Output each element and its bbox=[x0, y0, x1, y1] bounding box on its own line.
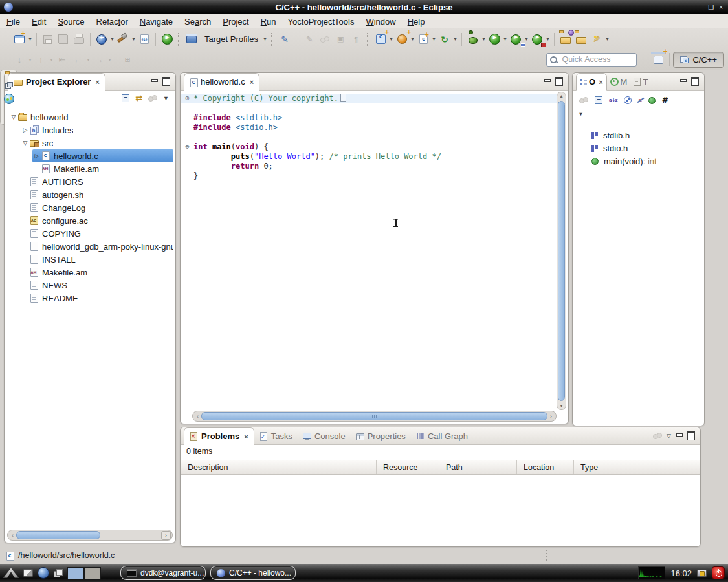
tree-item-makefile-am[interactable]: Makefile.am bbox=[32, 162, 173, 175]
minimize-view-button[interactable] bbox=[679, 79, 687, 85]
scroll-right-icon[interactable]: › bbox=[161, 531, 171, 540]
view-menu-icon[interactable]: ▽ bbox=[667, 433, 671, 439]
run-last-button[interactable] bbox=[487, 32, 502, 47]
new-c-file-dropdown[interactable]: ▾ bbox=[431, 36, 437, 42]
toolbar-grip[interactable] bbox=[645, 53, 647, 66]
toolbar-grip[interactable] bbox=[178, 33, 181, 46]
menu-search[interactable]: Search bbox=[184, 17, 211, 27]
debug-target-dropdown[interactable]: ▾ bbox=[109, 36, 115, 42]
properties-tab[interactable]: Properties bbox=[351, 428, 411, 444]
code-line[interactable] bbox=[181, 133, 557, 142]
open-type-button[interactable] bbox=[558, 32, 573, 47]
tree-item-autogen-sh[interactable]: autogen.sh bbox=[21, 188, 173, 201]
tree-item-authors[interactable]: AUTHORS bbox=[21, 175, 173, 188]
hide-fields-icon[interactable] bbox=[624, 96, 632, 104]
status-drag-handle[interactable] bbox=[546, 550, 548, 561]
open-resource-button[interactable] bbox=[574, 32, 588, 47]
web-browser-globe-icon[interactable] bbox=[38, 567, 49, 579]
mark-occurrences-button[interactable]: ✎ bbox=[278, 32, 292, 47]
minimize-view-button[interactable] bbox=[151, 79, 158, 85]
fold-collapse-icon[interactable] bbox=[181, 142, 193, 152]
column-description[interactable]: Description bbox=[181, 460, 377, 474]
scrollbar-thumb[interactable] bbox=[201, 412, 547, 420]
new-wizard-dropdown[interactable]: ▾ bbox=[27, 36, 33, 42]
collapse-all-icon[interactable] bbox=[122, 94, 129, 102]
editor-tab-close-icon[interactable]: × bbox=[250, 78, 254, 86]
external-tools-button[interactable] bbox=[530, 32, 544, 47]
scrollbar-thumb[interactable] bbox=[16, 531, 100, 539]
new-cpp-class-button[interactable] bbox=[395, 32, 409, 47]
power-button-icon[interactable] bbox=[712, 566, 725, 579]
refresh-class-button[interactable]: ↻ bbox=[437, 32, 452, 47]
menu-project[interactable]: Project bbox=[223, 17, 248, 27]
outline-item-stdio[interactable]: stdio.h bbox=[573, 142, 703, 155]
remote-monitor-button[interactable] bbox=[184, 32, 199, 47]
editor-vscrollbar[interactable]: ▴ ▾ bbox=[557, 92, 566, 410]
taskbar-button-eclipse[interactable]: C/C++ - hellowo... bbox=[210, 566, 296, 580]
save-button[interactable] bbox=[41, 32, 55, 47]
maximize-view-button[interactable] bbox=[162, 77, 170, 86]
new-c-file-button[interactable] bbox=[416, 32, 430, 47]
workspace-1-cell[interactable] bbox=[67, 567, 84, 579]
collapse-all-icon[interactable] bbox=[595, 96, 602, 104]
debug-dropdown[interactable]: ▾ bbox=[481, 36, 487, 42]
menu-file[interactable]: File bbox=[6, 17, 20, 27]
build-dropdown[interactable]: ▾ bbox=[131, 36, 137, 42]
column-type[interactable]: Type bbox=[574, 460, 700, 474]
tree-item-makefile-am-root[interactable]: Makefile.am bbox=[21, 266, 173, 279]
system-monitor-graph-icon[interactable] bbox=[638, 566, 665, 579]
tree-item-helloworld-c[interactable]: helloworld.c bbox=[32, 149, 173, 162]
tree-item-news[interactable]: NEWS bbox=[21, 279, 173, 292]
build-button[interactable] bbox=[116, 32, 130, 47]
external-tools-dropdown[interactable]: ▾ bbox=[545, 36, 551, 42]
code-line[interactable]: int main(void) { bbox=[181, 142, 557, 152]
save-all-button[interactable] bbox=[56, 32, 71, 47]
debug-target-button[interactable] bbox=[94, 32, 109, 47]
scroll-left-icon[interactable]: ‹ bbox=[9, 532, 16, 539]
sort-alphabetically-icon[interactable]: a↓z bbox=[609, 98, 617, 103]
binary-file-button[interactable] bbox=[137, 32, 151, 47]
quick-access-box[interactable] bbox=[546, 53, 637, 67]
cpp-perspective-button[interactable]: C/C++ bbox=[673, 52, 724, 68]
scrollbar-thumb[interactable] bbox=[558, 101, 565, 401]
menu-run[interactable]: Run bbox=[261, 17, 276, 27]
toolbar-grip[interactable] bbox=[367, 33, 370, 46]
new-cpp-class-dropdown[interactable]: ▾ bbox=[410, 36, 415, 42]
menu-navigate[interactable]: Navigate bbox=[140, 17, 173, 27]
minimized-view-icon[interactable] bbox=[4, 94, 14, 104]
code-line[interactable]: #include <stdio.h> bbox=[181, 123, 557, 133]
new-c-project-dropdown[interactable]: ▾ bbox=[388, 36, 394, 42]
tree-item-includes[interactable]: Includes bbox=[21, 124, 173, 136]
code-area[interactable]: * Copyright (C) Your copyright. #include… bbox=[181, 91, 557, 411]
menu-yoctoprojecttools[interactable]: YoctoProjectTools bbox=[288, 17, 355, 27]
maximize-view-button[interactable] bbox=[687, 431, 695, 440]
outline-tab[interactable]: O × bbox=[576, 73, 607, 91]
maximize-editor-button[interactable] bbox=[555, 77, 563, 86]
tree-item-helloworld-gdb[interactable]: helloworld_gdb_arm-poky-linux-gnu bbox=[21, 240, 173, 253]
fold-expand-icon[interactable] bbox=[181, 94, 193, 103]
tree-item-configure-ac[interactable]: configure.ac bbox=[21, 214, 173, 227]
menu-source[interactable]: Source bbox=[58, 17, 84, 27]
minimize-editor-button[interactable] bbox=[544, 79, 551, 85]
quick-access-input[interactable] bbox=[560, 54, 633, 65]
toolbar-grip[interactable] bbox=[6, 33, 8, 46]
column-location[interactable]: Location bbox=[517, 460, 574, 474]
project-explorer-hscrollbar[interactable]: ‹ › bbox=[7, 530, 173, 541]
new-c-project-button[interactable] bbox=[373, 32, 388, 47]
menu-window[interactable]: Window bbox=[366, 17, 395, 27]
tree-item-readme[interactable]: README bbox=[21, 292, 173, 305]
restore-view-icon[interactable] bbox=[5, 82, 12, 88]
code-line[interactable] bbox=[181, 103, 557, 113]
scroll-right-icon[interactable]: › bbox=[547, 413, 555, 420]
column-resource[interactable]: Resource bbox=[377, 460, 439, 474]
code-line[interactable]: return 0; bbox=[181, 162, 557, 171]
run-button[interactable] bbox=[160, 32, 174, 47]
tree-item-copying[interactable]: COPYING bbox=[21, 227, 173, 240]
tree-item-install[interactable]: INSTALL bbox=[21, 253, 173, 266]
project-explorer-tab-close-icon[interactable]: × bbox=[95, 78, 99, 86]
twist-icon[interactable] bbox=[21, 140, 30, 146]
search-toolbar-dropdown[interactable]: ▾ bbox=[604, 36, 610, 42]
editor-hscrollbar[interactable]: ‹ › bbox=[192, 411, 557, 422]
menu-edit[interactable]: Edit bbox=[32, 17, 46, 27]
refresh-class-dropdown[interactable]: ▾ bbox=[452, 36, 458, 42]
